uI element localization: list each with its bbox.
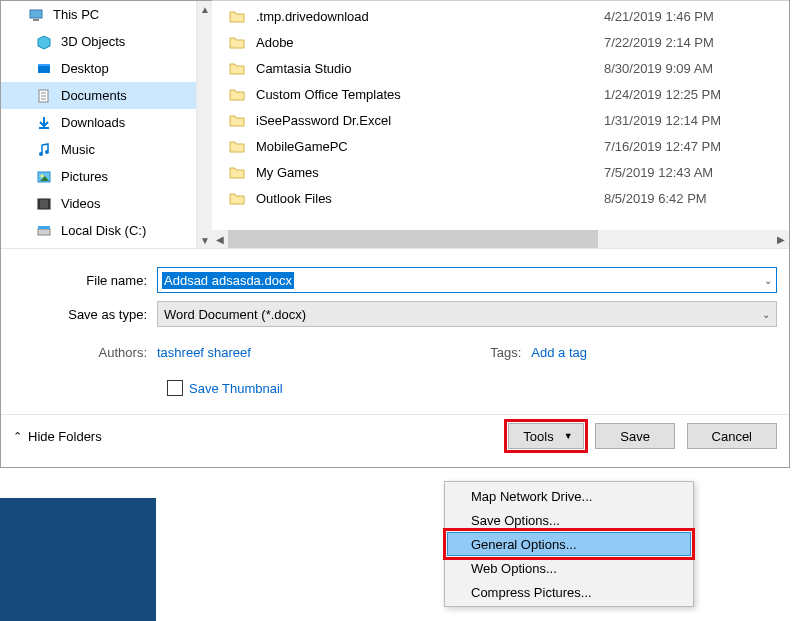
- tree-item-local-disk[interactable]: Local Disk (C:): [1, 217, 196, 244]
- folder-icon: [228, 7, 246, 25]
- svg-rect-1: [33, 19, 39, 21]
- folder-icon: [228, 163, 246, 181]
- file-row[interactable]: .tmp.drivedownload 4/21/2019 1:46 PM: [212, 3, 789, 29]
- authors-label: Authors:: [13, 345, 157, 360]
- folder-icon: [228, 111, 246, 129]
- checkbox-icon[interactable]: [167, 380, 183, 396]
- tools-button[interactable]: Tools ▼: [508, 423, 583, 449]
- file-name: Adobe: [256, 35, 604, 50]
- meta-row: Authors: tashreef shareef Tags: Add a ta…: [13, 335, 777, 368]
- svg-rect-16: [38, 199, 40, 209]
- menu-item-general-options[interactable]: General Options...: [447, 532, 691, 556]
- file-name: iSeePassword Dr.Excel: [256, 113, 604, 128]
- svg-rect-18: [38, 229, 50, 235]
- save-thumbnail-row[interactable]: Save Thumbnail: [13, 368, 777, 408]
- file-row[interactable]: Camtasia Studio 8/30/2019 9:09 AM: [212, 55, 789, 81]
- file-name: Custom Office Templates: [256, 87, 604, 102]
- footer-buttons: Tools ▼ Save Cancel: [500, 423, 777, 449]
- tags-label: Tags:: [490, 345, 531, 360]
- file-name: Outlook Files: [256, 191, 604, 206]
- downloads-icon: [35, 115, 53, 131]
- svg-rect-17: [48, 199, 50, 209]
- filename-value: Addsad adsasda.docx: [162, 272, 294, 289]
- file-row[interactable]: iSeePassword Dr.Excel 1/31/2019 12:14 PM: [212, 107, 789, 133]
- svg-point-11: [45, 150, 49, 154]
- column-headers[interactable]: Name Date modified: [212, 0, 789, 1]
- tree-item-desktop[interactable]: Desktop: [1, 55, 196, 82]
- videos-icon: [35, 196, 53, 212]
- desktop-icon: [35, 61, 53, 77]
- scroll-track[interactable]: [228, 230, 773, 248]
- svg-rect-19: [38, 226, 50, 229]
- file-row[interactable]: Custom Office Templates 1/24/2019 12:25 …: [212, 81, 789, 107]
- folder-icon: [228, 189, 246, 207]
- file-date: 7/5/2019 12:43 AM: [604, 165, 713, 180]
- scroll-left-icon[interactable]: ◀: [212, 231, 228, 247]
- file-row[interactable]: MobileGamePC 7/16/2019 12:47 PM: [212, 133, 789, 159]
- file-date: 1/24/2019 12:25 PM: [604, 87, 721, 102]
- tags-value[interactable]: Add a tag: [531, 345, 777, 360]
- svg-point-13: [41, 174, 44, 177]
- tree-item-videos[interactable]: Videos: [1, 190, 196, 217]
- tree-label: Local Disk (C:): [61, 223, 146, 238]
- menu-item-compress-pictures[interactable]: Compress Pictures...: [447, 580, 691, 604]
- save-thumbnail-label: Save Thumbnail: [189, 381, 283, 396]
- folder-icon: [228, 137, 246, 155]
- tree-label: Downloads: [61, 115, 125, 130]
- tree-label: Videos: [61, 196, 101, 211]
- tree-item-downloads[interactable]: Downloads: [1, 109, 196, 136]
- tree-scrollbar[interactable]: ▲ ▼: [196, 1, 212, 248]
- menu-item-save-options[interactable]: Save Options...: [447, 508, 691, 532]
- folder-icon: [228, 33, 246, 51]
- pc-icon: [27, 7, 45, 23]
- hide-folders-label: Hide Folders: [28, 429, 102, 444]
- svg-point-10: [39, 152, 43, 156]
- tree-label: 3D Objects: [61, 34, 125, 49]
- tree-item-documents[interactable]: Documents: [1, 82, 196, 109]
- scroll-up-icon[interactable]: ▲: [197, 1, 213, 17]
- tools-label: Tools: [523, 429, 553, 444]
- tree-item-3d-objects[interactable]: 3D Objects: [1, 28, 196, 55]
- file-date: 7/22/2019 2:14 PM: [604, 35, 714, 50]
- tree-label: This PC: [53, 7, 99, 22]
- authors-value[interactable]: tashreef shareef: [157, 345, 251, 360]
- documents-icon: [35, 88, 53, 104]
- file-row[interactable]: Adobe 7/22/2019 2:14 PM: [212, 29, 789, 55]
- chevron-down-icon[interactable]: ⌄: [762, 309, 770, 320]
- hide-folders-button[interactable]: ⌃ Hide Folders: [13, 429, 102, 444]
- cancel-button[interactable]: Cancel: [687, 423, 777, 449]
- file-name: Camtasia Studio: [256, 61, 604, 76]
- chevron-down-icon[interactable]: ⌄: [764, 275, 772, 286]
- horizontal-scrollbar[interactable]: ◀ ▶: [212, 230, 789, 248]
- chevron-up-icon: ⌃: [13, 430, 22, 443]
- music-icon: [35, 142, 53, 158]
- filename-input[interactable]: Addsad adsasda.docx ⌄: [157, 267, 777, 293]
- menu-item-web-options[interactable]: Web Options...: [447, 556, 691, 580]
- tree-item-music[interactable]: Music: [1, 136, 196, 163]
- filetype-row: Save as type: Word Document (*.docx) ⌄: [13, 301, 777, 327]
- file-row[interactable]: Outlook Files 8/5/2019 6:42 PM: [212, 185, 789, 211]
- scroll-thumb[interactable]: [228, 230, 598, 248]
- file-date: 7/16/2019 12:47 PM: [604, 139, 721, 154]
- nav-tree: This PC 3D Objects Desktop Documents: [1, 1, 196, 248]
- scroll-down-icon[interactable]: ▼: [197, 232, 213, 248]
- tree-item-pictures[interactable]: Pictures: [1, 163, 196, 190]
- filetype-label: Save as type:: [13, 307, 157, 322]
- folder-icon: [228, 85, 246, 103]
- scroll-right-icon[interactable]: ▶: [773, 231, 789, 247]
- disk-icon: [35, 223, 53, 239]
- file-name: MobileGamePC: [256, 139, 604, 154]
- menu-item-map-network-drive[interactable]: Map Network Drive...: [447, 484, 691, 508]
- svg-rect-4: [38, 64, 50, 66]
- tree-label: Music: [61, 142, 95, 157]
- dialog-footer: ⌃ Hide Folders Tools ▼ Save Cancel: [1, 414, 789, 467]
- form-area: File name: Addsad adsasda.docx ⌄ Save as…: [1, 248, 789, 414]
- pictures-icon: [35, 169, 53, 185]
- file-row[interactable]: My Games 7/5/2019 12:43 AM: [212, 159, 789, 185]
- tree-item-this-pc[interactable]: This PC: [1, 1, 196, 28]
- scroll-thumb[interactable]: [197, 17, 212, 232]
- filetype-select[interactable]: Word Document (*.docx) ⌄: [157, 301, 777, 327]
- save-as-dialog: This PC 3D Objects Desktop Documents: [0, 0, 790, 468]
- save-button[interactable]: Save: [595, 423, 675, 449]
- svg-rect-0: [30, 10, 42, 18]
